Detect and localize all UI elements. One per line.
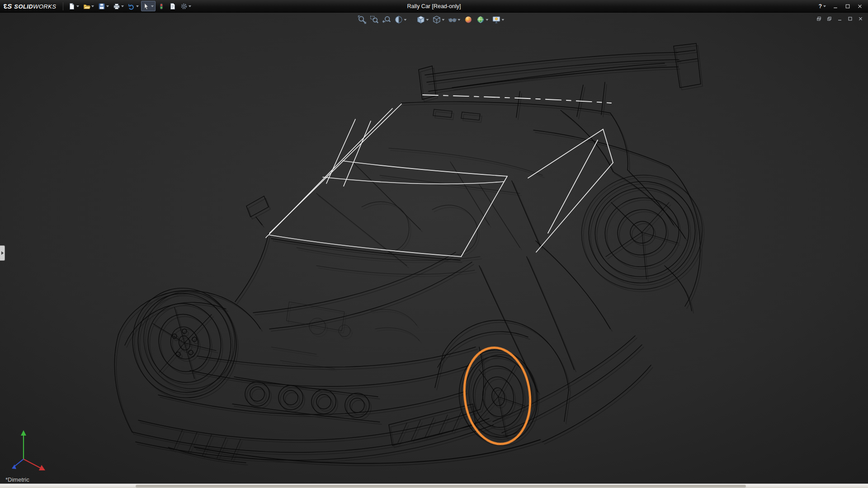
chevron-right-icon	[1, 251, 4, 255]
dropdown-caret-icon[interactable]	[501, 19, 504, 21]
select-button[interactable]	[141, 1, 156, 11]
options-icon	[180, 3, 188, 10]
open-icon	[83, 3, 90, 10]
featuremanager-flyout-arrow[interactable]	[0, 245, 5, 261]
view-settings-icon	[492, 15, 500, 24]
display-style-icon	[432, 15, 441, 24]
prev-view-icon	[382, 15, 391, 24]
previous-view-button[interactable]	[381, 14, 392, 25]
win-max-icon	[848, 16, 853, 21]
appearance-icon	[464, 15, 472, 24]
dropdown-caret-icon[interactable]	[91, 5, 94, 7]
win-close-icon	[858, 16, 863, 21]
file-toolbar	[66, 1, 193, 11]
graphics-area[interactable]: *Dimetric	[0, 13, 868, 483]
win-min-icon	[833, 4, 838, 9]
select-icon	[143, 3, 150, 10]
edit-appearance-button[interactable]	[462, 14, 474, 25]
solidworks-window: 3S SOLIDWORKS Rally Car [Read-only] ?	[0, 0, 868, 488]
rally-car-wireframe-view[interactable]	[0, 13, 868, 483]
win-max-icon	[845, 4, 850, 9]
print-button[interactable]	[111, 1, 126, 11]
dropdown-caret-icon[interactable]	[76, 5, 79, 7]
titlebar-right-controls: ?	[816, 2, 868, 11]
help-button[interactable]: ?	[816, 2, 828, 10]
toolbar-gap	[409, 19, 414, 20]
minimize-window-button[interactable]	[830, 2, 841, 11]
doc-cascade-button[interactable]	[815, 15, 823, 22]
horizontal-scrollbar[interactable]	[136, 485, 746, 488]
zoom-fit-icon	[358, 15, 366, 24]
dropdown-caret-icon[interactable]	[426, 19, 429, 21]
dropdown-caret-icon[interactable]	[486, 19, 488, 21]
options-button[interactable]	[179, 1, 193, 11]
win-close-icon	[857, 4, 863, 9]
new-document-button[interactable]	[66, 1, 81, 11]
maximize-window-button[interactable]	[842, 2, 853, 11]
status-bar	[0, 483, 868, 488]
dropdown-caret-icon[interactable]	[136, 5, 139, 7]
view-orientation-label: *Dimetric	[5, 476, 29, 483]
undo-icon	[128, 3, 135, 10]
zoom-to-fit-button[interactable]	[356, 14, 368, 25]
section-icon	[394, 15, 403, 24]
save-button[interactable]	[96, 1, 111, 11]
file-properties-button[interactable]	[167, 1, 178, 11]
glasses-icon	[448, 15, 457, 24]
dropdown-caret-icon[interactable]	[442, 19, 444, 21]
file-props-icon	[169, 3, 176, 10]
headsup-view-toolbar	[356, 14, 505, 25]
brand-wordmark: SOLIDWORKS	[14, 3, 56, 10]
rebuild-icon	[158, 3, 165, 10]
dropdown-caret-icon[interactable]	[458, 19, 460, 21]
doc-close-button[interactable]	[856, 15, 864, 22]
cube-icon	[416, 15, 425, 24]
dropdown-caret-icon[interactable]	[106, 5, 109, 7]
help-label: ?	[819, 3, 822, 9]
print-icon	[113, 3, 120, 10]
close-window-button[interactable]	[854, 2, 865, 11]
save-icon	[98, 3, 105, 10]
hide-show-items-button[interactable]	[447, 14, 462, 25]
zoom-to-area-button[interactable]	[368, 14, 380, 25]
dropdown-caret-icon[interactable]	[151, 5, 154, 7]
rebuild-button[interactable]	[156, 1, 167, 11]
zoom-area-icon	[370, 15, 378, 24]
scene-icon	[476, 15, 485, 24]
display-style-button[interactable]	[431, 14, 446, 25]
doc-maximize-button[interactable]	[846, 15, 854, 22]
new-doc-icon	[68, 3, 75, 10]
document-window-controls	[815, 15, 864, 22]
doc-minimize-button[interactable]	[835, 15, 844, 22]
undo-button[interactable]	[126, 1, 141, 11]
dropdown-caret-icon[interactable]	[121, 5, 124, 7]
3ds-logo-icon: 3S	[4, 3, 12, 9]
dropdown-caret-icon[interactable]	[189, 5, 191, 7]
section-view-button[interactable]	[393, 14, 408, 25]
solidworks-logo: 3S SOLIDWORKS	[0, 3, 60, 10]
view-orientation-button[interactable]	[415, 14, 430, 25]
win-cascade-icon	[816, 16, 821, 21]
doc-restore-button[interactable]	[825, 15, 833, 22]
win-restore-icon	[827, 16, 832, 21]
open-button[interactable]	[81, 1, 96, 11]
view-settings-button[interactable]	[491, 14, 505, 25]
apply-scene-button[interactable]	[475, 14, 490, 25]
window-buttons	[830, 2, 865, 11]
dropdown-caret-icon[interactable]	[404, 19, 406, 21]
window-title: Rally Car [Read-only]	[136, 3, 732, 9]
toolbar-separator	[63, 2, 63, 10]
win-min-icon	[837, 16, 842, 21]
titlebar: 3S SOLIDWORKS Rally Car [Read-only] ?	[0, 0, 868, 13]
dropdown-caret-icon	[823, 5, 826, 7]
